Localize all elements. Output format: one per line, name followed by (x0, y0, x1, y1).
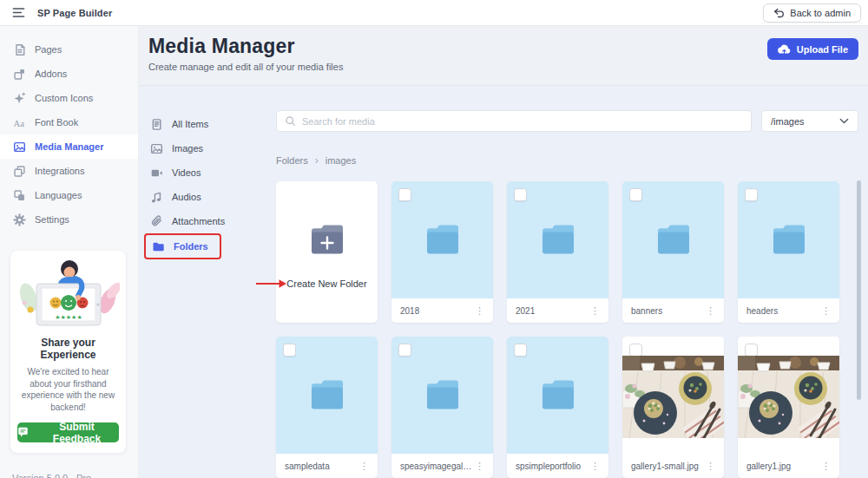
sidebar-item-label: Addons (35, 69, 67, 79)
item-menu-button[interactable]: ⋮ (819, 305, 833, 317)
select-checkbox[interactable] (283, 344, 296, 357)
item-menu-button[interactable]: ⋮ (703, 305, 718, 317)
item-menu-button[interactable]: ⋮ (472, 461, 487, 472)
media-manager-icon (12, 140, 26, 154)
select-checkbox[interactable] (629, 188, 642, 201)
pages-icon (12, 43, 26, 56)
folder-card-headers[interactable]: headers ⋮ (738, 181, 839, 323)
sidebar-item-font-book[interactable]: AaFont Book (0, 110, 138, 134)
sidebar-item-languages[interactable]: Languages (0, 183, 138, 207)
filter-audios[interactable]: Audios (149, 185, 276, 209)
folder-icon (423, 223, 463, 258)
sidebar-item-custom-icons[interactable]: Custom Icons (0, 86, 138, 110)
select-checkbox[interactable] (398, 188, 411, 201)
filter-all-items[interactable]: All Items (149, 112, 276, 136)
submit-feedback-label: Submit Feedback (35, 421, 119, 445)
media-browser: /images Folders › images (276, 86, 868, 478)
filter-label: Videos (172, 167, 201, 178)
item-menu-button[interactable]: ⋮ (819, 461, 833, 472)
breadcrumb: Folders › images (276, 154, 858, 167)
upload-file-button[interactable]: Upload File (767, 38, 858, 60)
breadcrumb-images[interactable]: images (326, 155, 356, 166)
folder-icon (538, 223, 578, 258)
card-thumbnail (391, 181, 493, 298)
feedback-text: We're excited to hear about your firstha… (19, 366, 117, 413)
folder-icon (538, 378, 578, 413)
audios-icon (149, 190, 163, 204)
sidebar-item-label: Font Book (35, 117, 78, 128)
sidebar-item-label: Media Manager (35, 141, 103, 152)
main-area: Media Manager Create manage and edit all… (139, 26, 868, 478)
folder-path-dropdown[interactable]: /images (761, 110, 858, 132)
folder-card-spsimpleportfolio[interactable]: spsimpleportfolio ⋮ (507, 337, 608, 478)
card-footer: gallery1-small.jpg ⋮ (622, 454, 724, 478)
folders-icon (151, 239, 165, 253)
folder-card-2021[interactable]: 2021 ⋮ (507, 181, 608, 323)
item-menu-button[interactable]: ⋮ (588, 305, 602, 317)
card-thumbnail (507, 181, 608, 298)
card-footer: headers ⋮ (738, 298, 839, 323)
select-checkbox[interactable] (745, 188, 758, 201)
item-name: speasyimagegallery (400, 462, 472, 471)
folder-card-banners[interactable]: banners ⋮ (622, 181, 724, 323)
media-type-filters: All ItemsImagesVideosAudiosAttachmentsFo… (139, 86, 276, 478)
filter-attachments[interactable]: Attachments (149, 209, 276, 233)
back-to-admin-button[interactable]: Back to admin (763, 3, 861, 23)
sidebar-item-media-manager[interactable]: Media Manager (0, 134, 138, 159)
create-new-folder-card[interactable]: Create New Folder (276, 181, 378, 323)
item-menu-button[interactable]: ⋮ (357, 461, 372, 472)
folder-icon (307, 378, 347, 413)
addons-icon (12, 67, 26, 81)
topbar: SP Page Builder Back to admin (0, 0, 868, 26)
sidebar-item-label: Settings (35, 214, 69, 225)
item-name: gallery1-small.jpg (631, 462, 699, 471)
submit-feedback-button[interactable]: Submit Feedback (17, 422, 119, 442)
filter-images[interactable]: Images (149, 136, 276, 160)
folder-card-speasyimagegallery[interactable]: speasyimagegallery ⋮ (391, 337, 493, 478)
folder-icon (654, 223, 694, 258)
select-checkbox[interactable] (514, 188, 527, 201)
vertical-scrollbar[interactable] (857, 180, 861, 400)
upload-file-label: Upload File (797, 44, 848, 55)
sidebar-item-label: Languages (35, 190, 82, 200)
feedback-illustration: ★★★★★ (17, 258, 120, 329)
sidebar-item-settings[interactable]: Settings (0, 207, 138, 232)
back-to-admin-label: Back to admin (790, 8, 851, 18)
sidebar-item-label: Custom Icons (35, 93, 93, 103)
select-checkbox[interactable] (629, 344, 642, 357)
image-card-gallery1-jpg[interactable]: gallery1.jpg ⋮ (738, 337, 839, 478)
page-header: Media Manager Create manage and edit all… (139, 26, 868, 86)
item-menu-button[interactable]: ⋮ (588, 461, 602, 472)
card-footer: 2021 ⋮ (507, 298, 608, 323)
image-card-gallery1-small-jpg[interactable]: gallery1-small.jpg ⋮ (622, 337, 724, 478)
chevron-down-icon (839, 118, 849, 124)
folder-card-2018[interactable]: 2018 ⋮ (391, 181, 493, 323)
svg-text:Aa: Aa (13, 117, 24, 128)
folder-card-sampledata[interactable]: sampledata ⋮ (276, 337, 378, 478)
search-box (276, 110, 752, 132)
folder-path-value: /images (771, 116, 805, 127)
all-items-icon (149, 117, 163, 131)
media-manager-screen: SP Page Builder Back to admin PagesAddon… (0, 0, 868, 478)
sidebar-item-pages[interactable]: Pages (0, 37, 138, 62)
filter-label: Audios (172, 192, 201, 202)
filter-folders[interactable]: Folders (144, 233, 221, 259)
sidebar-item-integrations[interactable]: Integrations (0, 159, 138, 183)
card-thumbnail (622, 181, 724, 298)
breadcrumb-folders[interactable]: Folders (276, 155, 308, 166)
select-checkbox[interactable] (398, 344, 411, 357)
menu-toggle-icon[interactable] (12, 6, 26, 20)
filter-label: All Items (172, 119, 208, 129)
item-name: banners (631, 306, 662, 316)
select-checkbox[interactable] (745, 344, 758, 357)
item-menu-button[interactable]: ⋮ (703, 461, 718, 472)
back-arrow-icon (773, 8, 785, 18)
page-title: Media Manager (148, 35, 343, 58)
filter-videos[interactable]: Videos (149, 160, 276, 185)
browser-toolbar: /images (276, 110, 858, 132)
item-name: spsimpleportfolio (516, 462, 581, 471)
sidebar-item-addons[interactable]: Addons (0, 62, 138, 86)
search-input[interactable] (302, 116, 743, 127)
item-menu-button[interactable]: ⋮ (472, 305, 487, 317)
select-checkbox[interactable] (514, 344, 527, 357)
